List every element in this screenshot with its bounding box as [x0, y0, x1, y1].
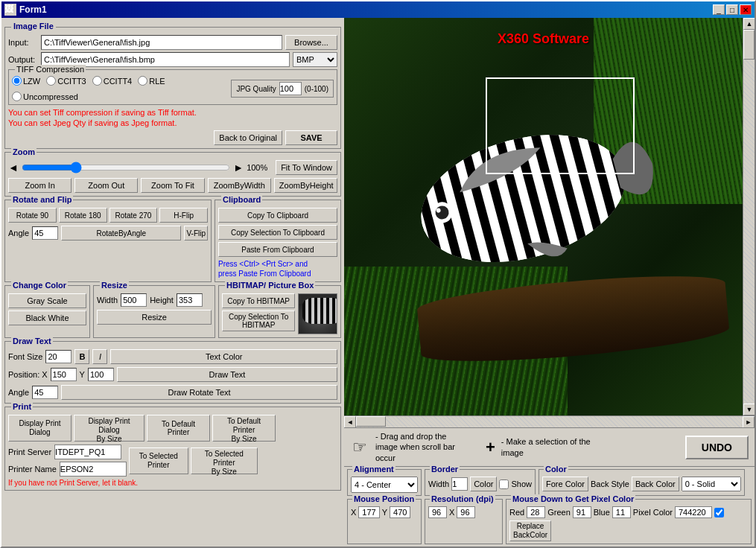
- copy-selection-clipboard-button[interactable]: Copy Selection To Clipboard: [218, 225, 337, 240]
- resize-width-input[interactable]: [121, 293, 147, 307]
- tools-row: ☞ - Drag and drop the image when scroll …: [344, 427, 755, 466]
- horizontal-scrollbar[interactable]: ◄ ►: [344, 415, 755, 427]
- left-panel: Image File Input: Browse... Output: BMPJ…: [1, 18, 344, 547]
- fit-to-window-button[interactable]: Fit To Window: [276, 160, 337, 175]
- info-line1: You can set Tiff compression if saving a…: [8, 108, 337, 117]
- fore-color-button[interactable]: Fore Color: [542, 477, 588, 491]
- italic-button[interactable]: I: [92, 349, 107, 364]
- h-flip-button[interactable]: H-Flip: [159, 208, 208, 223]
- gray-scale-button[interactable]: Gray Scale: [8, 293, 86, 308]
- back-color-button[interactable]: Back Color: [632, 477, 679, 491]
- rotate-by-angle-button[interactable]: RotateByAngle: [61, 226, 181, 240]
- to-default-printer-button[interactable]: To Default Printer: [147, 415, 210, 442]
- rotate-90-button[interactable]: Rotate 90: [8, 208, 57, 223]
- replace-backcolor-button[interactable]: Replace BackColor: [509, 520, 551, 541]
- color-title: Color: [544, 465, 568, 474]
- v-flip-button[interactable]: V-Flip: [184, 226, 208, 240]
- zoom-by-width-button[interactable]: ZoomByWidth: [208, 178, 271, 193]
- pixel-color-title: Mouse Down to Get Pixel Color: [511, 494, 635, 503]
- title-bar: 🖼 Form1 _ □ ✕: [1, 1, 755, 18]
- scroll-left-button[interactable]: ◄: [344, 416, 356, 428]
- draw-rotate-text-button[interactable]: Draw Rotate Text: [61, 385, 337, 400]
- image-file-group: Image File Input: Browse... Output: BMPJ…: [4, 27, 341, 149]
- uncompressed-radio[interactable]: Uncompressed: [12, 92, 78, 101]
- rotate-180-button[interactable]: Rotate 180: [59, 208, 107, 223]
- print-server-input[interactable]: [54, 445, 121, 459]
- draw-angle-input[interactable]: [32, 386, 58, 399]
- alignment-select[interactable]: 4 - Center 0 - None 1 - Left 2 - Right 3…: [351, 477, 418, 493]
- jpg-quality-input[interactable]: [279, 82, 302, 95]
- copy-selection-hbitmap-button[interactable]: Copy Selection To HBITMAP: [222, 310, 295, 331]
- minimize-button[interactable]: _: [713, 4, 725, 15]
- draw-angle-label: Angle: [8, 388, 29, 397]
- scroll-down-button[interactable]: ▼: [743, 404, 755, 415]
- rotate-270-button[interactable]: Rotate 270: [109, 208, 158, 223]
- plus-tool-desc: - Make a selection of the image: [501, 436, 591, 458]
- zoom-group: Zoom ◄ ► 100% Fit To Window Zoom In Zoom…: [4, 152, 341, 197]
- position-y-input[interactable]: [88, 368, 114, 381]
- close-button[interactable]: ✕: [740, 4, 752, 15]
- lzw-radio[interactable]: LZW: [12, 76, 40, 86]
- text-color-button[interactable]: Text Color: [110, 349, 337, 364]
- save-button[interactable]: SAVE: [285, 130, 337, 145]
- format-select[interactable]: BMPJPEGTIFFPNG: [293, 52, 337, 67]
- zoom-to-fit-button[interactable]: Zoom To Fit: [141, 178, 204, 193]
- scroll-up-button[interactable]: ▲: [743, 18, 755, 30]
- back-style-select[interactable]: 0 - Solid 1 - Transparent: [682, 477, 741, 491]
- jpg-quality-label: JPG Quality: [236, 85, 276, 93]
- paste-from-clipboard-button[interactable]: Paste From Clipboard: [218, 242, 337, 257]
- draw-text-button[interactable]: Draw Text: [117, 367, 337, 382]
- border-width-input[interactable]: [451, 477, 468, 491]
- replace-backcolor-checkbox[interactable]: [714, 508, 724, 517]
- maximize-button[interactable]: □: [726, 4, 738, 15]
- zoom-slider[interactable]: [22, 162, 230, 173]
- bold-button[interactable]: B: [74, 349, 89, 364]
- change-color-group: Change Color Gray Scale Black White: [4, 285, 90, 338]
- zoom-out-button[interactable]: Zoom Out: [74, 178, 138, 193]
- resize-height-label: Height: [150, 296, 174, 305]
- vertical-scrollbar[interactable]: ▲ ▼: [743, 18, 755, 415]
- hand-tool[interactable]: ☞: [350, 436, 369, 459]
- zoom-by-height-button[interactable]: ZoomByHeight: [274, 178, 337, 193]
- angle-input[interactable]: [32, 226, 58, 240]
- printer-name-input[interactable]: [60, 462, 127, 477]
- position-x-input[interactable]: [51, 368, 77, 381]
- copy-to-hbitmap-button[interactable]: Copy To HBITMAP: [222, 293, 295, 308]
- zoom-right-arrow[interactable]: ►: [233, 162, 244, 173]
- zoom-title: Zoom: [11, 147, 36, 156]
- input-path-field[interactable]: [41, 35, 282, 50]
- undo-button[interactable]: UNDO: [685, 436, 749, 459]
- print-server-label: Print Server: [8, 447, 51, 456]
- pixel-color-panel: Mouse Down to Get Pixel Color Red 28 Gre…: [506, 499, 752, 544]
- copy-to-clipboard-button[interactable]: Copy To Clipboard: [218, 208, 337, 223]
- display-print-dialog-button[interactable]: Display Print Dialog: [8, 415, 72, 442]
- plus-tool[interactable]: +: [486, 438, 495, 457]
- ccitt3-radio[interactable]: CCITT3: [46, 76, 86, 86]
- to-selected-printer-button[interactable]: To Selected Printer: [129, 447, 188, 474]
- border-show-label: Show: [511, 480, 532, 488]
- back-to-original-button[interactable]: Back to Original: [214, 130, 282, 145]
- tiff-compression-group: TIFF Compression LZW CCITT3 CCITT4 RLE U…: [8, 69, 337, 105]
- ccitt4-radio[interactable]: CCITT4: [92, 76, 133, 86]
- scroll-thumb-h[interactable]: [356, 416, 386, 427]
- resize-button[interactable]: Resize: [97, 310, 212, 325]
- resize-height-input[interactable]: [177, 293, 203, 307]
- resize-width-label: Width: [97, 296, 118, 305]
- red-label: Red: [509, 508, 524, 517]
- to-selected-printer-by-size-button[interactable]: To Selected Printer By Size: [191, 447, 258, 474]
- zoom-left-arrow[interactable]: ◄: [8, 162, 19, 173]
- scroll-thumb-v[interactable]: [743, 30, 755, 60]
- to-default-printer-by-size-button[interactable]: To Default Printer By Size: [212, 415, 276, 442]
- zoom-value-display: 100%: [247, 163, 273, 172]
- print-title: Print: [11, 402, 33, 411]
- zoom-in-button[interactable]: Zoom In: [8, 178, 72, 193]
- browse-button[interactable]: Browse...: [285, 35, 337, 50]
- border-color-button[interactable]: Color: [470, 477, 497, 491]
- rle-radio[interactable]: RLE: [138, 76, 165, 86]
- scroll-right-button[interactable]: ►: [743, 416, 755, 428]
- display-print-dialog-by-size-button[interactable]: Display Print Dialog By Size: [74, 415, 144, 442]
- black-white-button[interactable]: Black White: [8, 310, 86, 325]
- font-size-input[interactable]: [45, 350, 72, 363]
- border-show-checkbox[interactable]: [499, 480, 509, 489]
- image-file-title: Image File: [11, 22, 56, 31]
